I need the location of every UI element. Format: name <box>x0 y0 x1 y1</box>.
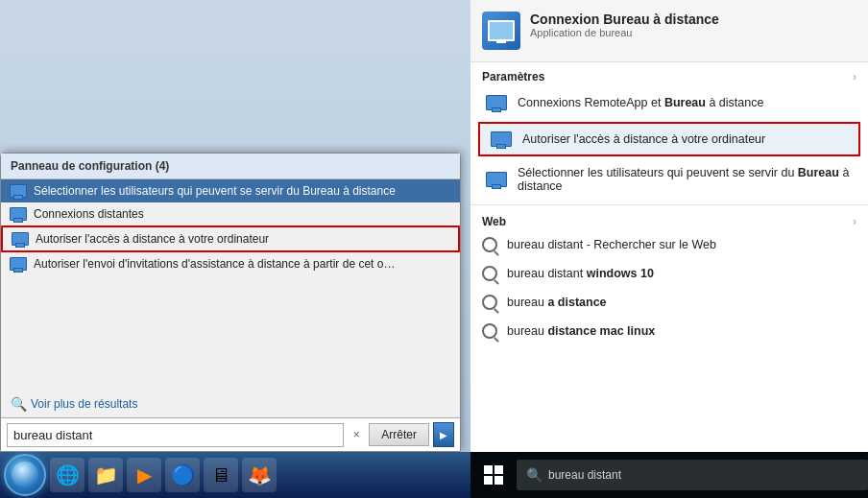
web-item-4[interactable]: bureau distance mac linux <box>470 317 868 345</box>
app-title: Connexion Bureau à distance <box>530 12 719 27</box>
selectioner-text: Sélectionner les utilisateurs qui peuven… <box>518 166 856 193</box>
result-item-4[interactable]: Autoriser l'envoi d'invitations d'assist… <box>1 252 460 275</box>
win10-panel: Connexion Bureau à distance Application … <box>470 0 868 498</box>
app-icon <box>482 12 520 50</box>
result-text-3: Autoriser l'accès à distance à votre ord… <box>36 232 450 246</box>
web-text-2: bureau distant windows 10 <box>507 267 654 280</box>
web-item-2[interactable]: bureau distant windows 10 <box>470 259 868 288</box>
win10-taskbar: 🔍 bureau distant <box>470 452 868 498</box>
search-icon-4 <box>482 323 497 339</box>
web-item-3[interactable]: bureau a distance <box>470 288 868 317</box>
start-button[interactable] <box>4 454 46 496</box>
parametres-section-header: Paramètres › <box>470 62 868 85</box>
start-menu: Panneau de configuration (4) Sélectionne… <box>0 153 461 452</box>
win10-search-text: bureau distant <box>548 468 621 482</box>
win10-start-button[interactable] <box>470 452 517 498</box>
web-text-1: bureau distant - Rechercher sur le Web <box>507 238 716 251</box>
win7-panel: Panneau de configuration (4) Sélectionne… <box>0 0 470 498</box>
autoriser-text: Autoriser l'accès à distance à votre ord… <box>522 132 849 146</box>
taskbar-icon-rdp[interactable]: 🖥 <box>204 458 238 492</box>
app-result-header: Connexion Bureau à distance Application … <box>470 0 868 62</box>
more-results-text: Voir plus de résultats <box>31 397 137 411</box>
search-input[interactable] <box>7 423 344 447</box>
remoteapp-text: Connexions RemoteApp et Bureau à distanc… <box>518 96 856 109</box>
app-monitor-icon <box>488 20 515 41</box>
result-item-1[interactable]: Sélectionner les utilisateurs qui peuven… <box>1 179 460 202</box>
web-section-header: Web › <box>470 209 868 230</box>
parametres-label: Paramètres <box>482 70 544 83</box>
taskbar-icon-media[interactable]: ▶ <box>127 458 161 492</box>
results-header: Panneau de configuration (4) <box>1 154 460 179</box>
result-icon-3 <box>11 231 30 247</box>
search-icon-1 <box>482 237 497 252</box>
result-icon-4 <box>9 256 28 272</box>
clear-button[interactable]: × <box>348 426 365 443</box>
divider-1 <box>470 204 868 205</box>
result-icon-2 <box>9 206 28 222</box>
more-results-link[interactable]: 🔍 Voir plus de résultats <box>1 391 460 417</box>
remoteapp-item[interactable]: Connexions RemoteApp et Bureau à distanc… <box>470 85 868 120</box>
win10-search-bar[interactable]: 🔍 bureau distant <box>517 460 868 490</box>
start-orb <box>12 462 38 488</box>
stop-button[interactable]: Arrêter <box>369 423 429 446</box>
app-info: Connexion Bureau à distance Application … <box>530 12 719 38</box>
win10-logo <box>484 465 503 485</box>
web-label: Web <box>482 215 506 228</box>
taskbar-icon-ie[interactable]: 🌐 <box>50 458 84 492</box>
web-chevron: › <box>853 215 856 228</box>
autoriser-icon <box>490 130 513 149</box>
search-icon-3 <box>482 295 497 310</box>
search-arrow-button[interactable]: ▶ <box>433 422 454 447</box>
app-subtitle: Application de bureau <box>530 27 719 38</box>
selectioner-item[interactable]: Sélectionner les utilisateurs qui peuven… <box>470 158 868 201</box>
result-item-3[interactable]: Autoriser l'accès à distance à votre ord… <box>1 225 460 252</box>
selectioner-icon <box>485 170 508 189</box>
search-bar: × Arrêter ▶ <box>1 417 460 451</box>
remoteapp-icon <box>485 93 508 112</box>
result-icon-1 <box>9 183 28 199</box>
result-text-4: Autoriser l'envoi d'invitations d'assist… <box>34 257 398 271</box>
results-count: Panneau de configuration (4) <box>11 159 169 173</box>
result-text-1: Sélectionner les utilisateurs qui peuven… <box>34 184 452 198</box>
taskbar-icon-explorer[interactable]: 📁 <box>88 458 123 492</box>
result-text-2: Connexions distantes <box>34 207 452 221</box>
web-text-3: bureau a distance <box>507 296 607 309</box>
taskbar-icon-firefox[interactable]: 🦊 <box>242 458 277 492</box>
web-item-1[interactable]: bureau distant - Rechercher sur le Web <box>470 230 868 259</box>
result-item-2[interactable]: Connexions distantes <box>1 202 460 225</box>
cortana-search: Connexion Bureau à distance Application … <box>470 0 868 452</box>
search-icon-2 <box>482 266 497 281</box>
parametres-chevron: › <box>853 70 856 83</box>
web-text-4: bureau distance mac linux <box>507 324 655 338</box>
autoriser-item[interactable]: Autoriser l'accès à distance à votre ord… <box>478 122 860 156</box>
win7-taskbar: 🌐 📁 ▶ 🔵 🖥 🦊 <box>0 452 470 498</box>
taskbar-icon-chrome[interactable]: 🔵 <box>165 458 200 492</box>
